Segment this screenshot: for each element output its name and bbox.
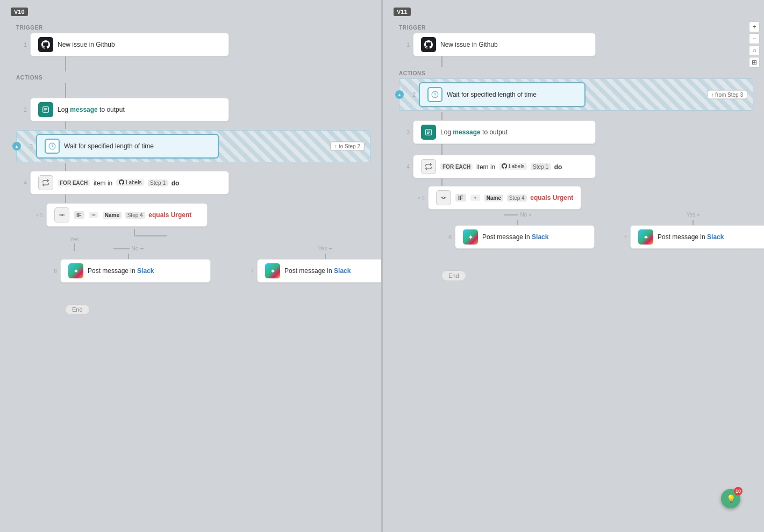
v11-step2-drag-zone[interactable]: ▲ 2 Wait for specified length of time ↑ … (399, 78, 753, 111)
v10-step7-card[interactable]: ✦ Post message in Slack (257, 259, 381, 283)
v10-step1-text: New issue in Github (58, 41, 115, 48)
slack-icon-v11-6: ✦ (463, 229, 478, 245)
wait-icon-v10 (45, 139, 60, 154)
log-icon-v11 (421, 125, 436, 140)
v11-step1-text: New issue in Github (440, 41, 498, 48)
v11-yes-col: Yes 7 ✦ Post message in Slack (616, 212, 764, 249)
main-layout: V10 TRIGGER 1 New issue in Github (0, 0, 764, 532)
v10-step6-num: 6 (46, 268, 57, 274)
v10-conn1 (65, 56, 66, 71)
v10-end-badge: End (65, 304, 90, 315)
v11-actions-label: ACTIONS (399, 70, 753, 76)
v11-step1-row: 1 New issue in Github (399, 33, 753, 56)
v10-conn2 (65, 83, 66, 98)
svg-point-19 (475, 197, 476, 199)
v11-conn3 (441, 144, 442, 155)
v10-yes-label: Yes (70, 236, 78, 242)
zoom-controls: + − ○ ⊞ (749, 21, 760, 68)
zoom-out-btn[interactable]: − (749, 33, 760, 44)
v10-step6-7-row: No 6 ✦ Post message in Slack (46, 246, 370, 283)
v11-conn1 (441, 56, 442, 67)
slack-icon-v11-7: ✦ (638, 229, 653, 245)
github-icon-v10 (38, 37, 53, 52)
v10-step6-card[interactable]: ✦ Post message in Slack (60, 259, 211, 283)
v10-drag-anchor: ▲ (12, 142, 21, 150)
v10-conn5 (65, 195, 66, 203)
v10-step2-num: 2 (16, 106, 27, 113)
v10-step3-drag-zone[interactable]: ▲ 3 Wait for specified length of time ↑ … (16, 130, 370, 162)
v11-step4-card[interactable]: FOR EACH item in Labels Step 1 do (413, 155, 596, 178)
v11-badge: V11 (394, 8, 411, 16)
v10-badge: V10 (11, 8, 28, 16)
log-icon-v10 (38, 102, 53, 117)
v11-step1-num: 1 (399, 41, 410, 48)
github-icon-v11 (421, 37, 436, 52)
svg-point-5 (61, 214, 63, 216)
v10-step4-num: 4 (16, 179, 27, 186)
v11-step7-row: 7 ✦ Post message in Slack (616, 225, 764, 249)
v11-step7-card[interactable]: ✦ Post message in Slack (630, 225, 764, 249)
v11-from-step-badge: ↑ from Step 3 (707, 90, 747, 99)
v10-step1-num: 1 (16, 41, 27, 48)
v10-flow: TRIGGER 1 New issue in Github ACTIONS (16, 25, 370, 315)
v10-step5-row: ▾ 5 IF Name Step 4 equals Urgent (32, 203, 370, 227)
v11-step5-card[interactable]: IF Name Step 4 equals Urgent (428, 186, 581, 210)
v11-step6-num: 6 (441, 234, 452, 240)
v10-step7-row: 7 ✦ Post message in Slack (243, 259, 381, 283)
v10-step7-num: 7 (243, 268, 254, 274)
v11-step4-text: FOR EACH item in Labels Step 1 do (440, 163, 562, 171)
v10-panel: V10 TRIGGER 1 New issue in Github (0, 0, 381, 532)
v11-step2-text: Wait for specified length of time (447, 91, 537, 98)
v11-step5-row: ▾ 5 IF Name Step 4 equals Urgent (414, 186, 753, 210)
v10-to-step-badge: ↑ to Step 2 (330, 142, 365, 151)
v11-conn4 (441, 178, 442, 186)
v11-end-badge: End (441, 270, 466, 281)
v11-step2-card[interactable]: Wait for specified length of time (419, 82, 586, 107)
v10-step3-card[interactable]: Wait for specified length of time (36, 134, 219, 159)
v11-step6-card[interactable]: ✦ Post message in Slack (455, 225, 595, 249)
v10-yes-col: Yes 7 ✦ Post message in Slack (243, 246, 381, 283)
v10-end-row: End (65, 304, 370, 315)
v11-step7-text: Post message in Slack (658, 233, 724, 241)
v10-step1-card[interactable]: New issue in Github (30, 33, 229, 56)
v10-step7-text: Post message in Slack (284, 267, 351, 275)
v10-conn4 (65, 163, 66, 171)
v11-step3-card[interactable]: Log message to output (413, 120, 596, 144)
v10-step6-row: 6 ✦ Post message in Slack (46, 259, 211, 283)
slack-icon-v10-6: ✦ (68, 263, 83, 278)
v11-step5-num: ▾ 5 (414, 195, 425, 201)
v10-step2-row: 2 Log message to output (16, 98, 370, 121)
v11-step6-row: 6 ✦ Post message in Slack (441, 225, 595, 249)
v11-drag-anchor: ▲ (395, 90, 404, 99)
fit-btn[interactable]: ⊞ (749, 57, 760, 68)
v11-branches: No 6 ✦ Post message in Slack (441, 212, 753, 249)
zoom-in-btn[interactable]: + (749, 21, 760, 32)
slack-icon-v10-7: ✦ (265, 263, 280, 278)
v11-panel: V11 + − ○ ⊞ TRIGGER 1 New issue in Githu… (383, 0, 764, 532)
v11-trigger-label: TRIGGER (399, 25, 753, 31)
v10-step4-text: FOR EACH item in Labels Step 1 do (58, 179, 179, 187)
v11-step5-text: Name Step 4 equals Urgent (484, 194, 574, 202)
help-bubble[interactable]: 💡 10 (721, 489, 740, 508)
help-count: 10 (734, 487, 742, 495)
loop-icon-v10 (38, 175, 53, 190)
v10-step3-num: 3 (22, 143, 33, 149)
v10-step4-card[interactable]: FOR EACH item in Labels Step 1 do (30, 171, 229, 195)
help-icon: 💡 (726, 494, 736, 503)
v11-end-row: End (441, 270, 753, 281)
v11-step1-card[interactable]: New issue in Github (413, 33, 596, 56)
v10-step6-text: Post message in Slack (88, 267, 154, 275)
v10-step5-num: ▾ 5 (32, 212, 43, 218)
v10-step5-card[interactable]: IF Name Step 4 equals Urgent (46, 203, 208, 227)
v10-step4-row: 4 FOR EACH item in Labels Step 1 do (16, 171, 370, 195)
v11-no-col: No 6 ✦ Post message in Slack (441, 212, 595, 249)
v11-step7-num: 7 (616, 234, 627, 240)
v11-step3-text: Log message to output (440, 128, 508, 136)
v11-step2-num: 2 (405, 91, 416, 98)
if-icon-v11 (436, 190, 451, 205)
v10-step2-card[interactable]: Log message to output (30, 98, 229, 121)
v11-conn2 (441, 112, 442, 120)
v10-conn3 (65, 121, 66, 129)
reset-btn[interactable]: ○ (749, 45, 760, 56)
svg-point-8 (93, 214, 95, 216)
